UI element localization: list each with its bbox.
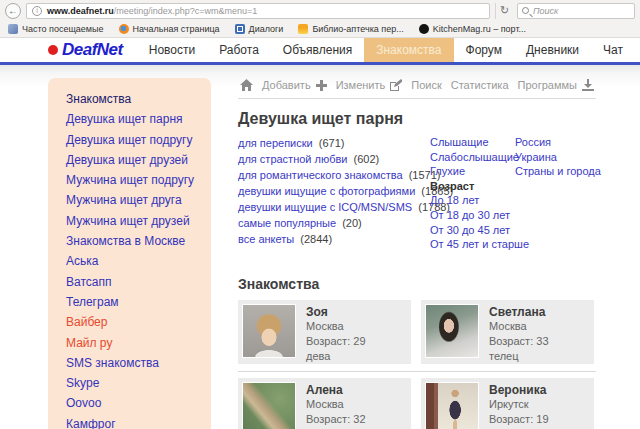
category-link[interactable]: для страстной любви (238, 153, 348, 165)
profile-name: Вероника (489, 383, 590, 398)
statistics-button[interactable]: Статистика (451, 79, 509, 91)
dialogs-icon (235, 24, 245, 34)
firefox-icon (119, 24, 129, 34)
filter-age-30-45[interactable]: От 30 до 45 лет (430, 223, 515, 238)
profile-card-zoya[interactable]: Зоя Москва Возраст: 29 дева (238, 300, 411, 364)
bookmark-home-page[interactable]: Начальная страница (119, 24, 220, 34)
bookmark-label: KitchenMag.ru – порт... (433, 24, 526, 34)
sidebar-item-devushka-ishchet-podrugu[interactable]: Девушка ищет подругу (66, 130, 211, 150)
browser-search-input[interactable] (533, 6, 623, 16)
filter-glukhie[interactable]: Глухие (430, 164, 515, 179)
profile-photo (242, 304, 296, 358)
sidebar-item-sms-znakomstva[interactable]: SMS знакомства (66, 353, 211, 373)
category-count: (671) (319, 137, 345, 149)
sidebar-item-devushka-ishchet-parnya[interactable]: Девушка ищет парня (66, 109, 211, 129)
profiles-row-2: Алена Москва Возраст: 32 Девушка ищет па… (238, 378, 596, 429)
sidebar-item-mail-ru[interactable]: Майл ру (66, 333, 211, 353)
sidebar-item-vatsapp[interactable]: Ватсапп (66, 272, 211, 292)
filter-age-under-18[interactable]: До 18 лет (430, 193, 515, 208)
category-count: (602) (354, 153, 380, 165)
back-button[interactable]: ← (5, 3, 21, 19)
page-title: Девушка ищет парня (238, 110, 596, 128)
info-icon[interactable]: i (32, 6, 42, 16)
profile-name: Зоя (306, 305, 366, 320)
sidebar-item-vaiber[interactable]: Вайбер (66, 312, 211, 332)
age-section-title: Возраст (430, 179, 515, 194)
sidebar-item-skype[interactable]: Skype (66, 373, 211, 393)
category-row: для переписки (671) (238, 135, 430, 151)
profile-sign: телец (489, 349, 549, 364)
category-link[interactable]: девушки ищущие с ICQ/MSN/SMS (238, 201, 412, 213)
deafnet-logo[interactable]: DeafNet (48, 38, 123, 62)
bookmark-kitchenmag[interactable]: KitchenMag.ru – порт... (419, 24, 526, 34)
search-label: Поиск (411, 79, 441, 91)
category-row: все анкеты (2844) (238, 231, 430, 247)
profile-city: Иркутск (489, 397, 590, 412)
category-link[interactable]: для романтического знакомства (238, 169, 403, 181)
profile-card-svetlana[interactable]: Светлана Москва Возраст: 33 телец (421, 300, 594, 364)
home-button[interactable] (240, 79, 253, 91)
bookmark-frequent[interactable]: Часто посещаемые (8, 24, 104, 34)
filter-ukraina[interactable]: Украина (515, 150, 601, 165)
sidebar-item-devushka-ishchet-druzey[interactable]: Девушка ищет друзей (66, 150, 211, 170)
nav-dnevniki[interactable]: Дневники (514, 38, 591, 62)
profile-photo (425, 382, 479, 429)
bookmarks-bar: Часто посещаемые Начальная страница Диал… (0, 21, 640, 37)
filter-strany-i-goroda[interactable]: Страны и города (515, 164, 601, 179)
programs-button[interactable]: Программы (518, 79, 594, 91)
edit-icon (390, 79, 402, 91)
sidebar-item-muzhchina-ishchet-podrugu[interactable]: Мужчина ищет подругу (66, 170, 211, 190)
category-row: для романтического знакомства (1571) (238, 167, 430, 183)
search-icon (522, 7, 529, 14)
edit-button[interactable]: Изменить (336, 79, 403, 91)
profile-card-veronika[interactable]: Вероника Иркутск Возраст: 19 Девушка ище… (421, 378, 594, 429)
add-button[interactable]: Добавить (262, 79, 327, 91)
sidebar-item-znakomstva[interactable]: Знакомства (66, 89, 211, 109)
address-bar[interactable]: i www.deafnet.ru/meeting/index.php?c=wm&… (26, 3, 490, 19)
filter-slaboslyshashchie[interactable]: Слабослышащие (430, 150, 515, 165)
profile-age: Возраст: 32 (306, 412, 407, 427)
filter-age-18-30[interactable]: От 18 до 30 лет (430, 208, 515, 223)
reload-button[interactable]: ↻ (495, 3, 513, 19)
bookmark-dialogs[interactable]: Диалоги (235, 24, 284, 34)
nav-znakomstva[interactable]: Знакомства (364, 38, 453, 62)
category-link[interactable]: самые популярные (238, 217, 336, 229)
category-link[interactable]: для переписки (238, 137, 313, 149)
nav-obyavleniya[interactable]: Объявления (271, 38, 364, 62)
sidebar-item-muzhchina-ishchet-druzey[interactable]: Мужчина ищет друзей (66, 211, 211, 231)
nav-novosti[interactable]: Новости (137, 38, 207, 62)
nav-chat[interactable]: Чат (591, 38, 635, 62)
sidebar-item-telegram[interactable]: Телеграм (66, 292, 211, 312)
sidebar-item-oovoo[interactable]: Oovoo (66, 393, 211, 413)
url-host: www.deafnet.ru (47, 6, 114, 16)
category-link[interactable]: все анкеты (238, 233, 294, 245)
add-label: Добавить (262, 79, 311, 91)
logo-text: DeafNet (62, 40, 123, 60)
nav-forum[interactable]: Форум (454, 38, 514, 62)
profile-age: Возраст: 29 (306, 334, 366, 349)
filter-slyshashchie[interactable]: Слышащие (430, 135, 515, 150)
filter-age-45-plus[interactable]: От 45 лет и старше (430, 237, 515, 252)
category-link[interactable]: девушки ищущие с фотографиями (238, 185, 415, 197)
browser-search-box[interactable] (517, 3, 635, 19)
sidebar-item-kamfrog[interactable]: Камфрог (66, 414, 211, 429)
sidebar-item-aska[interactable]: Аська (66, 251, 211, 271)
category-list: для переписки (671) для страстной любви … (238, 135, 430, 252)
sidebar-item-znakomstva-v-moskve[interactable]: Знакомства в Москве (66, 231, 211, 251)
profile-city: Москва (306, 319, 366, 334)
profile-info: Зоя Москва Возраст: 29 дева (306, 304, 366, 360)
category-count: (20) (342, 217, 362, 229)
edit-label: Изменить (336, 79, 386, 91)
profile-name: Светлана (489, 305, 549, 320)
profiles-section-title: Знакомства (238, 276, 596, 292)
nav-kontakty[interactable]: Контакты (635, 38, 640, 62)
sidebar-item-muzhchina-ishchet-druga[interactable]: Мужчина ищет друга (66, 190, 211, 210)
bookmark-biblio[interactable]: Библио-аптечка пер... (298, 24, 403, 34)
category-row: для страстной любви (602) (238, 151, 430, 167)
search-button[interactable]: Поиск (411, 79, 441, 91)
statistics-label: Статистика (451, 79, 509, 91)
filter-rossiya[interactable]: Россия (515, 135, 601, 150)
nav-rabota[interactable]: Работа (207, 38, 271, 62)
profile-card-alena[interactable]: Алена Москва Возраст: 32 Девушка ищет па… (238, 378, 411, 429)
page-body: Знакомства Девушка ищет парня Девушка ищ… (0, 65, 640, 429)
